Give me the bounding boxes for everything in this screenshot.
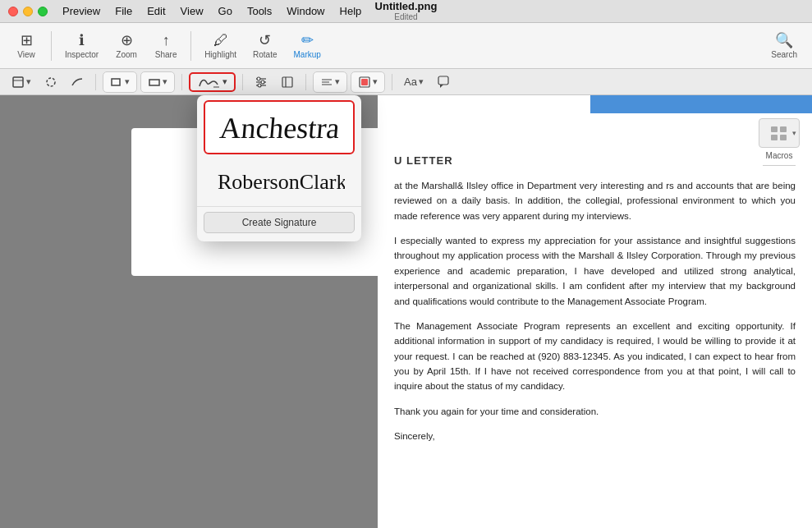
toolbar-separator-2 <box>190 31 191 61</box>
signature-preview-1: Anchestra <box>213 107 345 148</box>
tb2-sep-3 <box>242 74 243 90</box>
menu-edit[interactable]: Edit <box>140 5 172 17</box>
menu-preview[interactable]: Preview <box>56 5 107 17</box>
border-color-btn[interactable]: ▾ <box>351 72 384 92</box>
svg-point-9 <box>257 77 260 80</box>
svg-rect-23 <box>771 126 778 132</box>
annotation-icon <box>437 75 452 90</box>
svg-rect-3 <box>112 79 120 85</box>
menu-file[interactable]: File <box>108 5 139 17</box>
menu-bar: Preview File Edit View Go Tools Window H… <box>56 5 368 17</box>
svg-point-10 <box>261 80 264 84</box>
sidebar-view-btn[interactable] <box>276 72 299 92</box>
view-button[interactable]: ⊞ View <box>8 30 44 62</box>
markup-label: Markup <box>294 50 321 59</box>
signature-icon <box>197 75 220 90</box>
sketch-tool-btn[interactable] <box>66 72 89 92</box>
lasso-icon <box>44 76 57 89</box>
toolbar-markup: ▾ ▾ ▾ ▾ <box>0 69 812 95</box>
inspector-label: Inspector <box>65 50 99 59</box>
tb2-sep-2 <box>181 74 182 90</box>
sidebar-icon <box>281 76 294 89</box>
search-icon: 🔍 <box>775 33 793 48</box>
svg-point-11 <box>258 84 261 87</box>
search-button[interactable]: 🔍 Search <box>764 30 804 62</box>
macros-icon <box>769 125 789 141</box>
selection-icon <box>11 76 25 89</box>
svg-rect-18 <box>361 79 368 85</box>
titlebar: Preview File Edit View Go Tools Window H… <box>0 0 812 23</box>
shape-icon <box>110 76 123 89</box>
zoom-label: Zoom <box>116 50 137 59</box>
closing: Sincerely, <box>394 429 796 443</box>
view-icon: ⊞ <box>21 33 33 48</box>
lasso-tool-btn[interactable] <box>39 72 62 92</box>
font-size-btn[interactable]: Aa ▾ <box>399 72 429 92</box>
svg-rect-25 <box>771 135 778 140</box>
doc-blue-header <box>590 95 812 113</box>
inspector-button[interactable]: ℹ Inspector <box>58 30 105 62</box>
paragraph-3: The Management Associate Program represe… <box>394 319 796 394</box>
signature-preview-2: RobersonClark <box>213 161 345 198</box>
signature-item-1[interactable]: Anchestra <box>204 100 355 154</box>
highlight-button[interactable]: 🖊 Highlight <box>198 30 243 62</box>
svg-rect-24 <box>780 126 787 132</box>
color-group: ▾ <box>351 71 385 93</box>
svg-rect-26 <box>780 135 787 140</box>
paragraph-1: at the Marshall& Ilsley office in Depart… <box>394 178 796 223</box>
text-align-icon <box>320 76 333 89</box>
share-button[interactable]: ↑ Share <box>148 30 184 62</box>
text-align-btn[interactable]: ▾ <box>314 72 346 92</box>
menu-tools[interactable]: Tools <box>241 5 278 17</box>
toolbar-separator-1 <box>51 31 52 61</box>
rotate-button[interactable]: ↺ Rotate <box>246 30 283 62</box>
sketch-icon <box>71 76 84 89</box>
paragraph-4: Thank you again for your time and consid… <box>394 404 796 419</box>
menu-help[interactable]: Help <box>333 5 369 17</box>
window-title: Untitled.png Edited <box>375 1 438 21</box>
signature-dropdown: Anchestra RobersonClark Create Signature <box>197 95 361 241</box>
menu-window[interactable]: Window <box>280 5 331 17</box>
svg-text:Anchestra: Anchestra <box>218 112 341 145</box>
menu-view[interactable]: View <box>174 5 210 17</box>
zoom-icon: ⊕ <box>121 33 133 48</box>
sig-dropdown-divider <box>197 206 361 207</box>
border-color-icon <box>358 76 371 89</box>
svg-rect-4 <box>149 80 159 85</box>
border-style-icon <box>148 76 161 89</box>
signature-button[interactable]: ▾ <box>189 72 236 92</box>
highlight-label: Highlight <box>204 50 236 59</box>
adjust-icon <box>255 76 268 89</box>
toolbar-main: ⊞ View ℹ Inspector ⊕ Zoom ↑ Share 🖊 High… <box>0 23 812 69</box>
shape-tools-group: ▾ <box>103 71 137 93</box>
close-button[interactable] <box>8 7 18 16</box>
zoom-button[interactable]: ⊕ Zoom <box>108 30 145 62</box>
draw-shapes-btn[interactable]: ▾ <box>103 72 136 92</box>
rotate-icon: ↺ <box>259 33 271 48</box>
svg-rect-0 <box>13 77 23 87</box>
markup-icon: ✏ <box>301 33 314 48</box>
svg-text:RobersonClark: RobersonClark <box>218 170 345 194</box>
main-area: Macros U LETTER at the Marshall& Ilsley … <box>0 95 812 528</box>
svg-rect-12 <box>282 77 292 87</box>
share-label: Share <box>155 50 177 59</box>
svg-rect-19 <box>438 76 448 85</box>
document-text: U LETTER at the Marshall& Ilsley office … <box>378 153 812 471</box>
adjust-btn[interactable] <box>250 72 273 92</box>
tb2-sep-5 <box>392 74 392 90</box>
border-group: ▾ <box>140 71 175 93</box>
signature-item-2[interactable]: RobersonClark <box>204 156 355 203</box>
menu-go[interactable]: Go <box>212 5 239 17</box>
selection-tool-btn[interactable]: ▾ <box>7 72 36 92</box>
minimize-button[interactable] <box>23 7 33 16</box>
text-align-group: ▾ <box>313 71 347 93</box>
rotate-label: Rotate <box>253 50 277 59</box>
annotation-btn[interactable] <box>432 72 456 92</box>
markup-button[interactable]: ✏ Markup <box>287 30 328 62</box>
macros-box[interactable] <box>759 118 800 148</box>
border-style-btn[interactable]: ▾ <box>141 72 174 92</box>
maximize-button[interactable] <box>38 7 48 16</box>
create-signature-button[interactable]: Create Signature <box>204 212 355 233</box>
search-label: Search <box>771 50 797 59</box>
right-panel: Macros U LETTER at the Marshall& Ilsley … <box>378 95 812 528</box>
